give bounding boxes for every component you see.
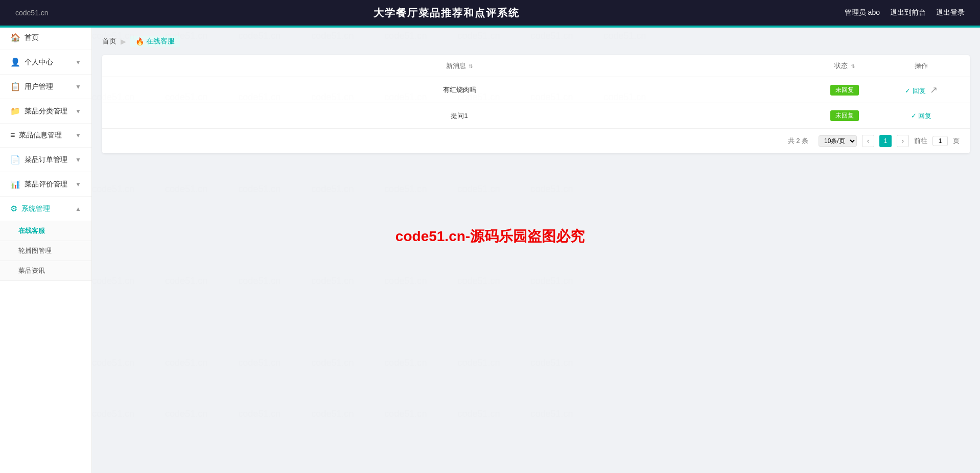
user-mgmt-icon: 📋 [10, 82, 20, 91]
cell-message-2: 提问1 [112, 111, 806, 121]
goto-label: 前往 [914, 136, 927, 146]
sidebar-item-dish-review-label: 菜品评价管理 [25, 180, 67, 189]
chevron-down-icon-5: ▼ [75, 156, 81, 163]
cell-status-2: 未回复 [806, 110, 883, 121]
sidebar-item-dish-review[interactable]: 📊 菜品评价管理 ▼ [0, 172, 91, 197]
goto-page-input[interactable] [932, 136, 948, 146]
profile-icon: 👤 [10, 57, 20, 67]
col-message-header: 新消息 ⇅ [112, 61, 806, 70]
status-badge-2: 未回复 [830, 110, 859, 121]
breadcrumb-current: 🔥 在线客服 [130, 36, 180, 47]
sidebar: 🏠 首页 👤 个人中心 ▼ 📋 用户管理 ▼ 📁 菜品分类管理 ▼ ≡ 菜品信息… [0, 26, 92, 473]
accent-bar [0, 26, 980, 28]
sidebar-item-home[interactable]: 🏠 首页 [0, 26, 91, 50]
chevron-down-icon-3: ▼ [75, 108, 81, 115]
col-message-label: 新消息 [446, 62, 466, 69]
sidebar-item-dish-category-label: 菜品分类管理 [25, 107, 67, 116]
chevron-down-icon-2: ▼ [75, 83, 81, 90]
sort-icon-status[interactable]: ⇅ [851, 63, 855, 69]
table-row: 有红烧肉吗 未回复 ✓ 回复 ↗ [102, 77, 970, 103]
sort-icon-message[interactable]: ⇅ [469, 63, 473, 69]
logo-watermark: code51.cn [15, 9, 49, 17]
logout-button[interactable]: 退出登录 [936, 8, 965, 17]
sidebar-item-system-mgmt[interactable]: ⚙ 系统管理 ▲ [0, 197, 91, 221]
sidebar-item-user-mgmt-label: 用户管理 [25, 82, 53, 91]
table-row: 提问1 未回复 ✓ 回复 [102, 103, 970, 129]
reply-button-2[interactable]: ✓ 回复 [911, 111, 932, 121]
breadcrumb-home[interactable]: 首页 [102, 37, 116, 46]
sidebar-item-dish-order[interactable]: 📄 菜品订单管理 ▼ [0, 148, 91, 172]
col-status-header: 状态 ⇅ [806, 61, 883, 70]
system-mgmt-icon: ⚙ [10, 204, 17, 214]
next-page-button[interactable]: › [897, 135, 909, 147]
current-page: 1 [879, 135, 892, 147]
logout-front-button[interactable]: 退出到前台 [890, 8, 926, 17]
fire-icon: 🔥 [135, 37, 144, 45]
table-container: 新消息 ⇅ 状态 ⇅ 操作 有红烧肉吗 未回复 ✓ 回复 [102, 55, 970, 153]
sidebar-item-system-mgmt-label: 系统管理 [21, 204, 50, 214]
sidebar-item-profile-label: 个人中心 [25, 58, 53, 67]
dish-order-icon: 📄 [10, 155, 20, 164]
cell-message-1: 有红烧肉吗 [112, 85, 806, 94]
cell-action-2: ✓ 回复 [883, 111, 960, 121]
cell-action-1: ✓ 回复 ↗ [883, 84, 960, 96]
cell-status-1: 未回复 [806, 85, 883, 96]
table-header: 新消息 ⇅ 状态 ⇅ 操作 [102, 55, 970, 77]
page-suffix: 页 [953, 136, 960, 146]
sidebar-sub-item-dish-news-label: 菜品资讯 [18, 266, 45, 275]
breadcrumb-current-label: 在线客服 [146, 37, 175, 46]
col-action-label: 操作 [915, 62, 928, 69]
chevron-up-icon: ▲ [75, 205, 81, 212]
main-content: code51.cncode51.cncode51.cncode51.cncode… [92, 26, 980, 473]
breadcrumb: 首页 ▶ 🔥 在线客服 [102, 36, 970, 47]
dish-review-icon: 📊 [10, 179, 20, 189]
sidebar-item-dish-order-label: 菜品订单管理 [25, 155, 67, 164]
admin-label: 管理员 abo [845, 8, 880, 17]
center-watermark: code51.cn-源码乐园盗图必究 [395, 227, 585, 246]
sidebar-item-dish-info-label: 菜品信息管理 [19, 131, 62, 140]
home-icon: 🏠 [10, 33, 20, 42]
sidebar-item-dish-info[interactable]: ≡ 菜品信息管理 ▼ [0, 124, 91, 148]
sidebar-sub-item-online-service-label: 在线客服 [18, 226, 45, 235]
dish-info-icon: ≡ [10, 131, 15, 140]
sidebar-sub-item-carousel-mgmt-label: 轮播图管理 [18, 246, 52, 255]
col-status-label: 状态 [834, 62, 848, 69]
breadcrumb-separator: ▶ [121, 37, 126, 45]
chevron-down-icon-6: ▼ [75, 181, 81, 188]
reply-button-1[interactable]: ✓ 回复 [905, 86, 926, 96]
user-actions: 管理员 abo 退出到前台 退出登录 [845, 8, 965, 17]
prev-page-button[interactable]: ‹ [862, 135, 874, 147]
sidebar-item-home-label: 首页 [25, 33, 39, 42]
top-header: code51.cn 大学餐厅菜品推荐和点评系统 管理员 abo 退出到前台 退出… [0, 0, 980, 26]
app-title: 大学餐厅菜品推荐和点评系统 [374, 6, 520, 20]
sidebar-sub-item-online-service[interactable]: 在线客服 [0, 221, 91, 241]
sidebar-item-dish-category[interactable]: 📁 菜品分类管理 ▼ [0, 99, 91, 124]
pagination: 共 2 条 10条/页 ‹ 1 › 前往 页 [102, 129, 970, 153]
dish-category-icon: 📁 [10, 106, 20, 116]
status-badge-1: 未回复 [830, 85, 859, 96]
chevron-down-icon-4: ▼ [75, 132, 81, 139]
sidebar-item-profile[interactable]: 👤 个人中心 ▼ [0, 50, 91, 75]
col-action-header: 操作 [883, 61, 960, 70]
sidebar-item-user-mgmt[interactable]: 📋 用户管理 ▼ [0, 75, 91, 99]
sidebar-sub-item-carousel-mgmt[interactable]: 轮播图管理 [0, 241, 91, 261]
pagination-total: 共 2 条 [788, 136, 808, 146]
sidebar-sub-item-dish-news[interactable]: 菜品资讯 [0, 261, 91, 281]
per-page-select[interactable]: 10条/页 [819, 135, 857, 147]
chevron-down-icon: ▼ [75, 59, 81, 66]
